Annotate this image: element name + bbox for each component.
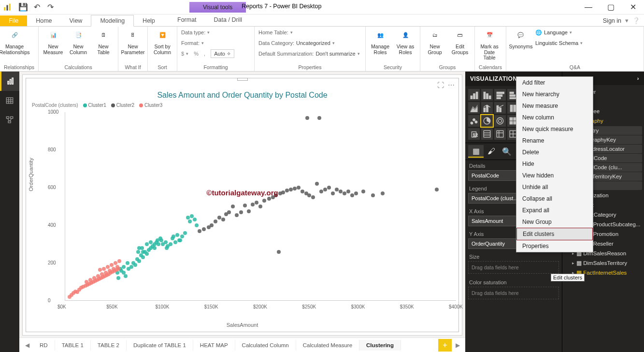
data-point[interactable]	[339, 190, 343, 193]
data-point[interactable]	[157, 242, 160, 246]
data-point[interactable]	[307, 193, 311, 197]
edit-groups-button[interactable]: 🗃Edit Groups	[449, 28, 471, 55]
data-point[interactable]	[117, 259, 121, 263]
new-column-button[interactable]: 📑New Column	[68, 28, 89, 55]
data-point[interactable]	[202, 227, 206, 231]
data-point[interactable]	[311, 195, 315, 199]
data-point[interactable]	[293, 187, 297, 191]
ctx-item-expand-all[interactable]: Expand all	[516, 205, 593, 216]
data-point[interactable]	[153, 246, 157, 250]
data-point[interactable]	[335, 188, 339, 191]
data-point[interactable]	[319, 190, 323, 193]
data-point[interactable]	[169, 242, 172, 246]
sheet-tab[interactable]: Calculated Column	[235, 340, 296, 351]
data-point[interactable]	[267, 197, 271, 201]
viz-type-15[interactable]	[481, 115, 493, 127]
data-point[interactable]	[149, 240, 153, 244]
ctx-item-new-measure[interactable]: New measure	[516, 100, 593, 112]
data-point[interactable]	[88, 278, 92, 282]
data-point[interactable]	[145, 252, 149, 256]
data-point[interactable]	[92, 276, 96, 280]
data-point[interactable]	[114, 261, 117, 265]
data-point[interactable]	[285, 189, 289, 192]
data-point[interactable]	[115, 265, 119, 269]
data-point[interactable]	[262, 199, 266, 203]
data-point[interactable]	[141, 255, 145, 259]
data-point[interactable]	[301, 190, 304, 193]
data-point[interactable]	[350, 193, 354, 197]
data-point[interactable]	[108, 269, 112, 273]
focus-mode-icon[interactable]: ⛶	[437, 81, 444, 89]
tab-view[interactable]: View	[61, 15, 91, 26]
data-point[interactable]	[317, 116, 321, 120]
sheet-tab[interactable]: Duplicate of TABLE 1	[127, 340, 193, 351]
mark-as-date-table-button[interactable]: 📅Mark as Date Table	[479, 28, 500, 61]
data-point[interactable]	[435, 188, 439, 191]
sheet-tab[interactable]: Clustering	[359, 340, 401, 351]
data-point[interactable]	[165, 246, 169, 250]
data-point[interactable]	[289, 188, 293, 191]
data-point[interactable]	[327, 186, 331, 190]
format-tab-icon[interactable]: 🖌	[484, 145, 499, 158]
data-point[interactable]	[106, 265, 110, 269]
ctx-item-unhide-all[interactable]: Unhide all	[516, 181, 593, 193]
data-point[interactable]	[371, 193, 375, 197]
data-point[interactable]	[214, 220, 217, 223]
data-point[interactable]	[98, 268, 102, 272]
data-point[interactable]	[85, 280, 88, 284]
data-point[interactable]	[231, 205, 235, 208]
drag-handle[interactable]	[237, 78, 248, 81]
ctx-item-properties[interactable]: Properties	[516, 240, 593, 252]
undo-icon[interactable]: ↶	[31, 1, 43, 13]
currency-format-button[interactable]: $	[181, 51, 184, 57]
data-point[interactable]	[255, 201, 258, 205]
tab-data-drill[interactable]: Data / Drill	[205, 15, 251, 25]
data-point[interactable]	[159, 238, 163, 242]
viz-type-2[interactable]	[494, 89, 506, 101]
tab-format[interactable]: Format	[169, 15, 205, 25]
data-point[interactable]	[133, 263, 137, 267]
data-point[interactable]	[227, 210, 231, 214]
ctx-item-new-group[interactable]: New Group	[516, 216, 593, 228]
viz-type-0[interactable]	[468, 89, 480, 101]
viz-type-1[interactable]	[481, 89, 493, 101]
data-point[interactable]	[104, 271, 108, 275]
data-point[interactable]	[381, 191, 385, 195]
data-view-icon[interactable]	[0, 91, 19, 110]
viz-type-7[interactable]	[468, 102, 480, 114]
data-point[interactable]	[343, 191, 346, 195]
sheet-tab[interactable]: HEAT MAP	[193, 340, 235, 351]
data-point[interactable]	[175, 233, 179, 237]
data-point[interactable]	[102, 267, 106, 271]
collapse-fields-icon[interactable]: ›	[637, 75, 639, 81]
help-icon[interactable]: ❔	[632, 17, 640, 24]
report-view-icon[interactable]	[0, 72, 19, 91]
maximize-button[interactable]: ▢	[600, 0, 622, 15]
data-point[interactable]	[281, 191, 285, 194]
data-point[interactable]	[195, 223, 199, 227]
percent-format-button[interactable]: %	[194, 51, 199, 57]
data-point[interactable]	[247, 209, 251, 213]
language-dropdown[interactable]: 🌐 Language ▾	[535, 28, 583, 37]
tab-modeling[interactable]: Modeling	[91, 15, 134, 27]
data-point[interactable]	[141, 250, 145, 254]
well-colorsat-placeholder[interactable]: Drag data fields here	[468, 287, 559, 299]
viz-type-9[interactable]	[494, 102, 506, 114]
file-tab[interactable]: File	[0, 15, 27, 26]
report-canvas[interactable]: ⛶ ⋯ Sales Amount and Order Quantity by P…	[22, 74, 462, 336]
analytics-tab-icon[interactable]: 🔍	[499, 145, 515, 158]
data-point[interactable]	[124, 274, 128, 278]
save-icon[interactable]: 💾	[17, 1, 29, 13]
sheet-nav-right[interactable]: ▶	[452, 342, 463, 349]
data-point[interactable]	[323, 188, 327, 191]
data-point[interactable]	[172, 235, 175, 238]
tab-home[interactable]: Home	[27, 15, 60, 26]
data-point[interactable]	[140, 246, 144, 250]
data-point[interactable]	[116, 276, 120, 280]
ctx-item-edit-clusters[interactable]: Edit clusters	[516, 228, 593, 240]
data-point[interactable]	[258, 205, 262, 208]
redo-icon[interactable]: ↷	[44, 1, 56, 13]
data-point[interactable]	[177, 238, 181, 242]
data-point[interactable]	[100, 272, 104, 276]
manage-roles-button[interactable]: 👥Manage Roles	[370, 28, 391, 55]
